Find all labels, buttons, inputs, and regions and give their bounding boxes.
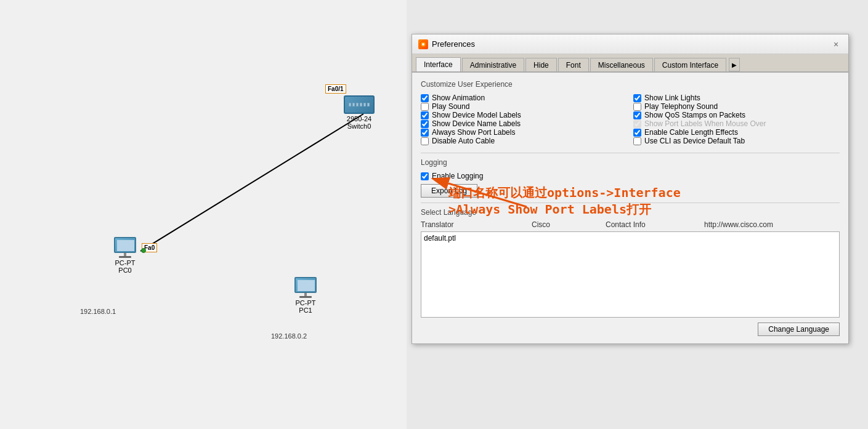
section-divider-2 [421,202,840,203]
tab-administrative[interactable]: Administrative [462,58,524,72]
switch0-port-label: Fa0/1 [325,84,346,94]
close-button[interactable]: × [830,38,842,50]
play-telephony-label: Play Telephony Sound [644,102,718,111]
disable-auto-cable-row: Disable Auto Cable [421,137,627,145]
enable-logging-row: Enable Logging [421,172,840,180]
enable-logging-label: Enable Logging [432,172,483,180]
show-qos-stamps-row: Show QoS Stamps on Packets [633,111,840,119]
show-device-model-label: Show Device Model Labels [432,111,521,119]
enable-logging-checkbox[interactable] [421,172,429,180]
tab-scroll-button[interactable]: ▶ [729,58,740,71]
enable-cable-length-row: Enable Cable Length Effects [633,128,840,137]
lang-col-cisco: Cisco [532,220,606,229]
show-device-model-row: Show Device Model Labels [421,111,627,119]
play-sound-row: Play Sound [421,102,627,111]
disable-auto-cable-label: Disable Auto Cable [432,137,495,145]
play-telephony-checkbox[interactable] [633,103,641,111]
dialog-title: Preferences [432,39,475,49]
always-show-port-label: Always Show Port Labels [432,128,515,137]
enable-cable-length-checkbox[interactable] [633,129,641,137]
always-show-port-row: Always Show Port Labels [421,128,627,137]
show-qos-stamps-label: Show QoS Stamps on Packets [644,111,745,119]
show-port-labels-mouse-row: Show Port Labels When Mouse Over [633,119,840,128]
left-options-column: Show Animation Play Sound Show Device Mo… [421,94,627,145]
play-sound-label: Play Sound [432,102,469,111]
tab-interface[interactable]: Interface [416,57,461,72]
pc1-device[interactable]: PC-PTPC1 [294,277,317,314]
show-link-lights-checkbox[interactable] [633,94,641,102]
language-header: Select Language [421,208,840,217]
right-options-column: Show Link Lights Play Telephony Sound Sh… [633,94,840,145]
network-canvas: Fa0/1 2950-24Switch0 Fa0 PC-PTPC0 [0,0,407,429]
show-animation-label: Show Animation [432,94,485,102]
options-grid: Show Animation Play Sound Show Device Mo… [421,94,840,145]
pc1-label: PC-PTPC1 [296,299,316,314]
dialog-titlebar: Preferences × [412,34,848,54]
pc1-icon [294,277,317,298]
always-show-port-checkbox[interactable] [421,129,429,137]
show-device-name-checkbox[interactable] [421,120,429,128]
pc1-ip: 192.168.0.2 [271,332,307,340]
pc0-device[interactable]: Fa0 PC-PTPC0 [114,237,136,274]
show-link-lights-row: Show Link Lights [633,94,840,102]
lang-col-contact: Contact Info [606,220,704,229]
disable-auto-cable-checkbox[interactable] [421,137,429,145]
use-cli-default-row: Use CLI as Device Default Tab [633,137,840,145]
customize-section-header: Customize User Experience [421,80,840,89]
logging-header: Logging [421,158,840,167]
pc0-ip: 192.168.0.1 [80,308,116,315]
network-connections [0,0,407,429]
show-device-model-checkbox[interactable] [421,111,429,119]
show-qos-stamps-checkbox[interactable] [633,111,641,119]
pc0-connector [141,248,146,253]
tab-miscellaneous[interactable]: Miscellaneous [590,58,653,72]
export-log-button[interactable]: Export Log [421,184,477,198]
lang-col-url: http://www.cisco.com [704,220,840,229]
use-cli-default-label: Use CLI as Device Default Tab [644,137,745,145]
language-table-header: Translator Cisco Contact Info http://www… [421,220,840,229]
show-port-labels-mouse-label: Show Port Labels When Mouse Over [644,119,766,128]
dialog-title-left: Preferences [418,39,475,49]
show-animation-row: Show Animation [421,94,627,102]
pc0-label: PC-PTPC0 [115,259,136,274]
tab-custom-interface[interactable]: Custom Interface [654,58,726,72]
tab-hide[interactable]: Hide [525,58,557,72]
preferences-icon [418,39,428,49]
show-device-name-label: Show Device Name Labels [432,119,521,128]
svg-point-4 [422,43,424,46]
play-telephony-row: Play Telephony Sound [633,102,840,111]
dialog-body: Customize User Experience Show Animation… [412,73,848,343]
enable-cable-length-label: Enable Cable Length Effects [644,128,738,137]
language-section: Select Language Translator Cisco Contact… [421,208,840,336]
show-device-name-row: Show Device Name Labels [421,119,627,128]
show-animation-checkbox[interactable] [421,94,429,102]
tab-font[interactable]: Font [558,58,589,72]
play-sound-checkbox[interactable] [421,103,429,111]
show-port-labels-mouse-checkbox[interactable] [633,120,641,128]
use-cli-default-checkbox[interactable] [633,137,641,145]
show-link-lights-label: Show Link Lights [644,94,700,102]
section-divider-1 [421,153,840,153]
lang-col-translator: Translator [421,220,532,229]
language-list[interactable]: default.ptl [421,231,840,318]
pc0-icon [114,237,136,258]
preferences-dialog: Preferences × Interface Administrative H… [412,34,849,344]
switch0-label: 2950-24Switch0 [347,115,371,130]
switch0-device[interactable]: Fa0/1 2950-24Switch0 [344,95,375,130]
lang-list-item-default[interactable]: default.ptl [424,233,837,243]
tabs-bar: Interface Administrative Hide Font Misce… [412,54,848,73]
switch0-icon [344,95,375,114]
svg-line-0 [140,114,363,251]
change-language-button[interactable]: Change Language [758,323,840,336]
logging-section: Logging Enable Logging Export Log [421,158,840,198]
